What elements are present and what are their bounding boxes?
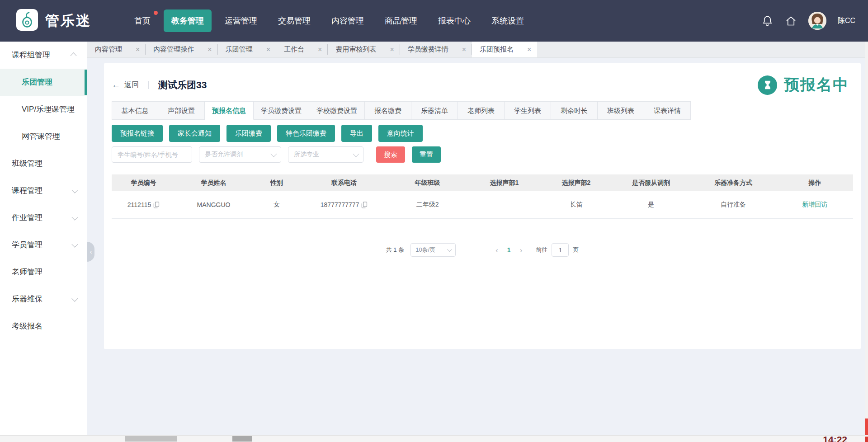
parent-notice-button[interactable]: 家长会通知: [169, 125, 220, 142]
search-button[interactable]: 搜索: [376, 146, 405, 163]
current-page[interactable]: 1: [507, 246, 511, 254]
nav-item-reports[interactable]: 报表中心: [430, 9, 478, 32]
horizontal-scrollbar[interactable]: [0, 435, 868, 442]
main-card: ←返回 测试乐团33 预报名中 基本信息 声部设置 预报名信息 学员缴费设置 学…: [104, 63, 861, 349]
close-icon[interactable]: ×: [527, 46, 531, 53]
tab-instrument-list[interactable]: 乐器清单: [411, 101, 458, 120]
sidebar-item-course-group[interactable]: 课程组管理: [0, 42, 87, 69]
back-button[interactable]: ←返回: [112, 80, 139, 90]
copy-icon[interactable]: [361, 202, 368, 208]
workspace-tab-payment-detail[interactable]: 学员缴费详情×: [400, 42, 472, 57]
sidebar-item-instrument-maint[interactable]: 乐器维保: [0, 286, 87, 313]
sidebar-item-teacher-mgmt[interactable]: 老师管理: [0, 259, 87, 286]
detail-tabs: 基本信息 声部设置 预报名信息 学员缴费设置 学校缴费设置 报名缴费 乐器清单 …: [112, 101, 853, 120]
close-icon[interactable]: ×: [318, 46, 322, 53]
col-name: 学员姓名: [175, 179, 252, 187]
nav-item-academic[interactable]: 教务管理: [164, 9, 212, 32]
nav-item-goods[interactable]: 商品管理: [377, 9, 425, 32]
clock-overlay: 14:22: [823, 434, 847, 442]
tab-basic-info[interactable]: 基本信息: [112, 101, 158, 120]
tab-class-list[interactable]: 班级列表: [598, 101, 644, 120]
sidebar-item-orchestra-mgmt[interactable]: 乐团管理: [0, 69, 87, 96]
workspace-tab-workbench[interactable]: 工作台×: [276, 42, 328, 57]
reset-button[interactable]: 重置: [412, 146, 441, 163]
cell-grade-class: 二年级2: [387, 201, 468, 209]
workspace-tab-orchestra-mgmt[interactable]: 乐团管理×: [218, 42, 276, 57]
sidebar-item-online-course[interactable]: 网管课管理: [0, 123, 87, 150]
add-followup-link[interactable]: 新增回访: [802, 201, 827, 209]
tab-school-fee-setting[interactable]: 学校缴费设置: [309, 101, 365, 120]
nav-item-trade[interactable]: 交易管理: [270, 9, 318, 32]
app-window: 管乐迷 首页 教务管理 运营管理 交易管理 内容管理 商品管理 报表中心 系统设…: [0, 0, 868, 442]
table-row: 2112115 MANGGUO 女 18777777777 二年级2 长笛 是 …: [112, 191, 853, 219]
sidebar-item-vip-theory[interactable]: VIP/乐理课管理: [0, 96, 87, 123]
horizontal-scrollbar-thumb[interactable]: [125, 436, 177, 442]
vertical-scrollbar-thumb[interactable]: [865, 437, 868, 442]
orchestra-fee-button[interactable]: 乐团缴费: [226, 125, 271, 142]
tab-signup-fee[interactable]: 报名缴费: [365, 101, 411, 120]
tab-student-list[interactable]: 学生列表: [505, 101, 551, 120]
close-icon[interactable]: ×: [136, 46, 140, 53]
vertical-scrollbar[interactable]: [865, 42, 868, 436]
workspace-tabbar: 内容管理× 内容管理操作× 乐团管理× 工作台× 费用审核列表× 学员缴费详情×…: [87, 42, 868, 58]
username[interactable]: 陈CC: [838, 16, 855, 26]
copy-icon[interactable]: [153, 202, 160, 208]
close-icon[interactable]: ×: [266, 46, 270, 53]
goto-page: 前往 页: [536, 243, 579, 257]
app-logo[interactable]: 管乐迷: [16, 9, 91, 33]
prev-page-button[interactable]: ‹: [495, 246, 498, 254]
divider: [148, 81, 149, 89]
total-count: 共 1 条: [386, 246, 404, 254]
nav-item-content[interactable]: 内容管理: [324, 9, 372, 32]
close-icon[interactable]: ×: [390, 46, 394, 53]
home-icon[interactable]: [785, 15, 797, 27]
sidebar-item-course-mgmt[interactable]: 课程管理: [0, 177, 87, 204]
workspace-tab-pre-signup[interactable]: 乐团预报名×: [472, 42, 537, 57]
horizontal-scrollbar-thumb[interactable]: [232, 436, 252, 442]
table-header: 学员编号 学员姓名 性别 联系电话 年级班级 选报声部1 选报声部2 是否服从调…: [112, 174, 853, 191]
tab-voice-part-setting[interactable]: 声部设置: [158, 101, 205, 120]
tab-pre-signup-info[interactable]: 预报名信息: [205, 101, 254, 120]
col-instrument-prepare: 乐器准备方式: [690, 179, 777, 187]
sidebar-item-homework-mgmt[interactable]: 作业管理: [0, 204, 87, 231]
avatar[interactable]: [808, 12, 826, 30]
workspace-tab-content-mgmt[interactable]: 内容管理×: [87, 42, 146, 57]
major-select[interactable]: 所选专业: [288, 146, 363, 163]
next-page-button[interactable]: ›: [520, 246, 523, 254]
tab-student-fee-setting[interactable]: 学员缴费设置: [254, 101, 309, 120]
col-actions: 操作: [777, 179, 853, 187]
status-badge: 预报名中: [758, 75, 849, 95]
close-icon[interactable]: ×: [208, 46, 212, 53]
cell-actions: 新增回访: [777, 201, 853, 209]
export-button[interactable]: 导出: [341, 125, 372, 142]
close-icon[interactable]: ×: [462, 46, 466, 53]
student-search-input[interactable]: [112, 146, 192, 163]
nav-item-operations[interactable]: 运营管理: [217, 9, 265, 32]
workspace-tab-fee-audit[interactable]: 费用审核列表×: [328, 42, 400, 57]
col-student-id: 学员编号: [112, 179, 175, 187]
workspace-tab-content-ops[interactable]: 内容管理操作×: [146, 42, 217, 57]
pre-signup-link-button[interactable]: 预报名链接: [112, 125, 163, 142]
chevron-down-icon: [270, 151, 277, 157]
chevron-down-icon: [71, 187, 78, 193]
sidebar-item-exam-signup[interactable]: 考级报名: [0, 313, 87, 340]
vertical-scrollbar-thumb[interactable]: [865, 418, 868, 435]
sidebar-item-class-mgmt[interactable]: 班级管理: [0, 150, 87, 177]
tab-teacher-list[interactable]: 老师列表: [458, 101, 505, 120]
action-buttons: 预报名链接 家长会通知 乐团缴费 特色乐团缴费 导出 意向统计: [112, 125, 853, 142]
col-part2: 选报声部2: [540, 179, 612, 187]
goto-page-input[interactable]: [552, 243, 569, 257]
chevron-down-icon: [71, 296, 78, 302]
page-size-select[interactable]: 10条/页: [410, 243, 456, 257]
bell-icon[interactable]: [761, 15, 774, 27]
special-orchestra-fee-button[interactable]: 特色乐团缴费: [277, 125, 335, 142]
back-arrow-icon: ←: [112, 80, 120, 90]
tab-remaining-time[interactable]: 剩余时长: [551, 101, 598, 120]
nav-item-home[interactable]: 首页: [127, 9, 158, 32]
logo-icon: [16, 9, 38, 33]
intention-stats-button[interactable]: 意向统计: [378, 125, 423, 142]
tab-schedule-detail[interactable]: 课表详情: [644, 101, 691, 120]
sidebar-item-student-mgmt[interactable]: 学员管理: [0, 231, 87, 259]
nav-item-settings[interactable]: 系统设置: [484, 9, 532, 32]
adjust-select[interactable]: 是否允许调剂: [199, 146, 281, 163]
